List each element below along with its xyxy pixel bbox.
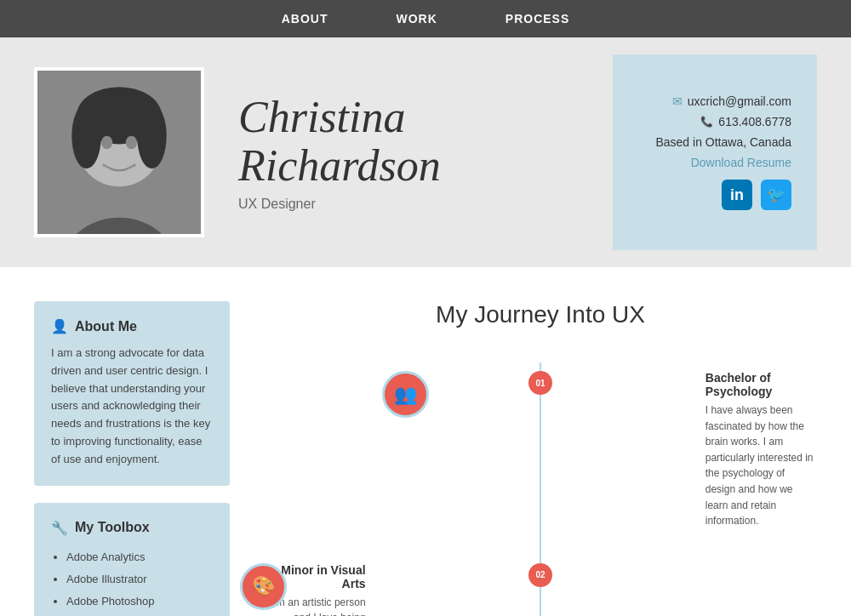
profile-title: UX Designer bbox=[238, 197, 579, 212]
timeline-title-1: Bachelor of Psychology bbox=[705, 371, 817, 398]
wrench-icon: 🔧 bbox=[51, 520, 68, 536]
journey-section: My Journey Into UX 01 👥 Bachelor of Psyc… bbox=[264, 301, 817, 616]
header-section: Christina Richardson UX Designer ✉ uxcri… bbox=[0, 37, 851, 267]
toolbox-heading: 🔧 My Toolbox bbox=[51, 520, 213, 536]
journey-heading: My Journey Into UX bbox=[264, 301, 817, 328]
phone-icon: 📞 bbox=[700, 116, 713, 128]
email-item: ✉ uxcrich@gmail.com bbox=[638, 94, 791, 108]
user-icon: 👤 bbox=[51, 318, 68, 334]
linkedin-icon[interactable]: in bbox=[722, 180, 752, 210]
profile-photo bbox=[34, 67, 204, 237]
tool-item: Adobe Illustrator bbox=[66, 568, 213, 590]
sidebar: 👤 About Me I am a strong advocate for da… bbox=[34, 301, 230, 616]
download-resume-link[interactable]: Download Resume bbox=[638, 156, 791, 169]
profile-info: Christina Richardson UX Designer bbox=[238, 93, 579, 212]
nav-process[interactable]: PROCESS bbox=[505, 12, 569, 26]
email-value: uxcrich@gmail.com bbox=[688, 94, 791, 108]
social-icons: in 🐦 bbox=[638, 180, 791, 210]
location-value: Based in Ottawa, Canada bbox=[638, 135, 791, 149]
profile-name: Christina Richardson bbox=[238, 93, 579, 190]
icon-circle-1: 👥 bbox=[382, 371, 429, 418]
timeline-row-2: 02 Minor in Visual Arts I am an artistic… bbox=[264, 563, 817, 616]
svg-point-6 bbox=[101, 136, 112, 149]
icon-circle-2: 🎨 bbox=[240, 563, 287, 610]
about-text: I am a strong advocate for data driven a… bbox=[51, 345, 213, 469]
about-heading: 👤 About Me bbox=[51, 318, 213, 334]
toolbox-list: Adobe Analytics Adobe Illustrator Adobe … bbox=[51, 546, 213, 613]
tool-item: Adobe Photoshop bbox=[66, 590, 213, 613]
about-card: 👤 About Me I am a strong advocate for da… bbox=[34, 301, 230, 486]
svg-point-4 bbox=[71, 103, 101, 168]
envelope-icon: ✉ bbox=[672, 94, 683, 108]
main-nav: ABOUT WORK PROCESS bbox=[0, 0, 851, 37]
timeline-row-1: 01 👥 Bachelor of Psychology I have alway… bbox=[264, 371, 817, 529]
nav-work[interactable]: WORK bbox=[396, 12, 437, 26]
timeline-num-1: 01 bbox=[528, 371, 552, 395]
svg-point-7 bbox=[126, 136, 137, 149]
nav-about[interactable]: ABOUT bbox=[282, 12, 328, 26]
timeline-num-2: 02 bbox=[528, 563, 552, 587]
toolbox-card: 🔧 My Toolbox Adobe Analytics Adobe Illus… bbox=[34, 503, 230, 616]
timeline-text-1: I have always been fascinated by how the… bbox=[705, 402, 817, 529]
contact-box: ✉ uxcrich@gmail.com 📞 613.408.6778 Based… bbox=[613, 54, 817, 250]
svg-point-5 bbox=[137, 103, 167, 168]
twitter-icon[interactable]: 🐦 bbox=[761, 180, 791, 210]
main-content: 👤 About Me I am a strong advocate for da… bbox=[0, 267, 851, 616]
tool-item: Adobe Analytics bbox=[66, 546, 213, 568]
phone-value: 613.408.6778 bbox=[718, 115, 791, 128]
journey-timeline: 01 👥 Bachelor of Psychology I have alway… bbox=[264, 362, 817, 616]
phone-item: 📞 613.408.6778 bbox=[638, 115, 791, 128]
